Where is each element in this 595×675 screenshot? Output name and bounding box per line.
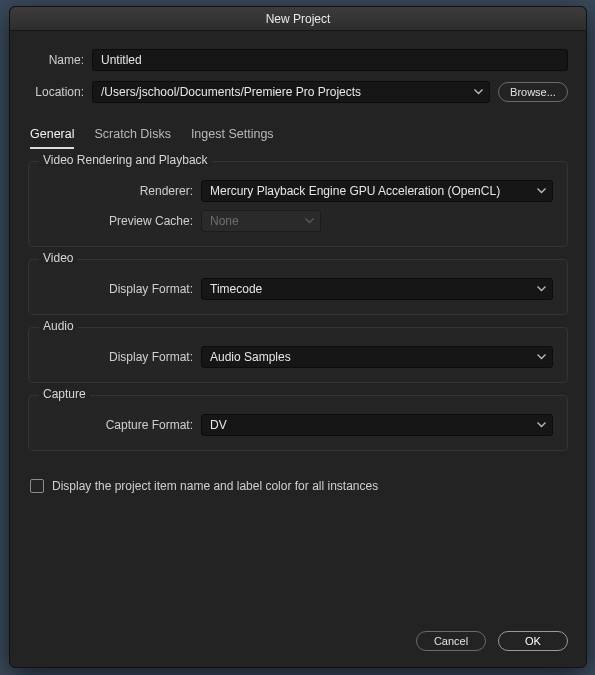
location-value: /Users/jschool/Documents/Premiere Pro Pr… xyxy=(101,85,361,99)
group-rendering-title: Video Rendering and Playback xyxy=(39,153,212,167)
capture-format-select[interactable]: DV xyxy=(201,414,553,436)
preview-cache-value: None xyxy=(210,214,239,228)
group-capture-title: Capture xyxy=(39,387,90,401)
new-project-dialog: New Project Name: Location: /Users/jscho… xyxy=(9,6,587,668)
audio-display-format-select[interactable]: Audio Samples xyxy=(201,346,553,368)
capture-format-value: DV xyxy=(210,418,227,432)
group-video-title: Video xyxy=(39,251,77,265)
chevron-down-icon xyxy=(537,354,546,360)
chevron-down-icon xyxy=(537,286,546,292)
capture-format-label: Capture Format: xyxy=(43,418,201,432)
location-label: Location: xyxy=(28,85,92,99)
audio-display-format-label: Display Format: xyxy=(43,350,201,364)
chevron-down-icon xyxy=(537,188,546,194)
dialog-title: New Project xyxy=(266,12,331,26)
display-name-checkbox-label: Display the project item name and label … xyxy=(52,479,378,493)
location-select[interactable]: /Users/jschool/Documents/Premiere Pro Pr… xyxy=(92,81,490,103)
renderer-label: Renderer: xyxy=(43,184,201,198)
group-audio: Audio Display Format: Audio Samples xyxy=(28,327,568,383)
display-name-checkbox[interactable] xyxy=(30,479,44,493)
titlebar[interactable]: New Project xyxy=(10,7,586,31)
chevron-down-icon xyxy=(305,218,314,224)
tab-scratch-disks[interactable]: Scratch Disks xyxy=(94,123,170,149)
video-display-format-label: Display Format: xyxy=(43,282,201,296)
renderer-value: Mercury Playback Engine GPU Acceleration… xyxy=(210,184,500,198)
audio-display-format-value: Audio Samples xyxy=(210,350,291,364)
dialog-body: Name: Location: /Users/jschool/Documents… xyxy=(10,31,586,625)
chevron-down-icon xyxy=(474,89,483,95)
group-rendering: Video Rendering and Playback Renderer: M… xyxy=(28,161,568,247)
ok-button[interactable]: OK xyxy=(498,631,568,651)
renderer-select[interactable]: Mercury Playback Engine GPU Acceleration… xyxy=(201,180,553,202)
preview-cache-select: None xyxy=(201,210,321,232)
browse-button[interactable]: Browse... xyxy=(498,82,568,102)
video-display-format-value: Timecode xyxy=(210,282,262,296)
name-label: Name: xyxy=(28,53,92,67)
name-input[interactable] xyxy=(92,49,568,71)
location-row: Location: /Users/jschool/Documents/Premi… xyxy=(28,81,568,103)
group-video: Video Display Format: Timecode xyxy=(28,259,568,315)
name-row: Name: xyxy=(28,49,568,71)
group-audio-title: Audio xyxy=(39,319,78,333)
preview-cache-label: Preview Cache: xyxy=(43,214,201,228)
group-capture: Capture Capture Format: DV xyxy=(28,395,568,451)
tab-general[interactable]: General xyxy=(30,123,74,149)
dialog-footer: Cancel OK xyxy=(10,625,586,667)
display-name-checkbox-row: Display the project item name and label … xyxy=(28,479,568,493)
video-display-format-select[interactable]: Timecode xyxy=(201,278,553,300)
tab-ingest-settings[interactable]: Ingest Settings xyxy=(191,123,274,149)
chevron-down-icon xyxy=(537,422,546,428)
cancel-button[interactable]: Cancel xyxy=(416,631,486,651)
tabs: General Scratch Disks Ingest Settings xyxy=(28,123,568,149)
